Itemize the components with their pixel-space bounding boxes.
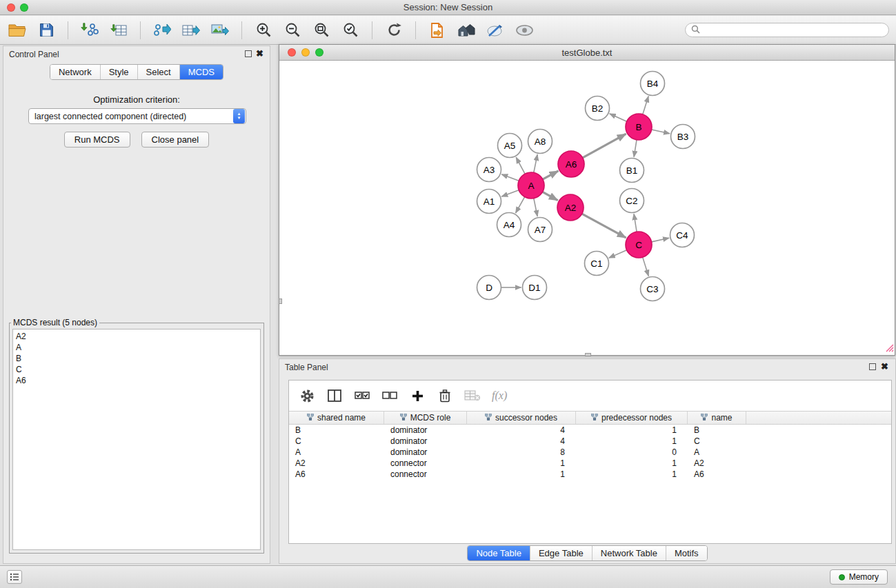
table-cell[interactable]: 1 xyxy=(576,425,688,436)
network-window-titlebar[interactable]: testGlobe.txt xyxy=(279,45,895,61)
graph-edge-C-C1[interactable] xyxy=(609,250,627,258)
graph-edge-A-A5[interactable] xyxy=(516,157,525,174)
graph-node-D[interactable]: D xyxy=(477,276,501,300)
table-cell[interactable]: 1 xyxy=(576,469,688,480)
control-tab-network[interactable]: Network xyxy=(50,65,101,79)
frame-resize-handle[interactable] xyxy=(279,298,282,304)
float-panel-icon[interactable] xyxy=(245,50,252,57)
home-networks-icon[interactable] xyxy=(456,20,477,41)
export-table-icon[interactable] xyxy=(181,20,201,41)
graph-edge-B-B1[interactable] xyxy=(634,140,637,157)
mcds-result-list[interactable]: A2ABCA6 xyxy=(12,329,261,550)
table-row[interactable]: A2connector11A2 xyxy=(289,458,891,469)
search-box[interactable] xyxy=(685,23,889,37)
graph-node-A5[interactable]: A5 xyxy=(498,134,522,158)
table-cell[interactable]: 8 xyxy=(467,447,576,458)
save-session-icon[interactable] xyxy=(36,20,57,41)
graph-edge-A-A8[interactable] xyxy=(534,154,537,172)
table-cell[interactable]: 4 xyxy=(467,436,576,447)
table-row[interactable]: Adominator80A xyxy=(289,447,891,458)
table-cell[interactable]: B xyxy=(688,425,746,436)
table-settings-gear-icon[interactable] xyxy=(299,387,315,404)
graph-node-C1[interactable]: C1 xyxy=(585,252,609,276)
bottom-tab-edge-table[interactable]: Edge Table xyxy=(530,546,593,560)
network-canvas[interactable]: B4B2BB3A8A5A6A3B1AC2A1A2A4A7C4CC1DD1C3 xyxy=(279,61,895,355)
zoom-selected-icon[interactable] xyxy=(340,20,361,41)
graph-node-B[interactable]: B xyxy=(626,114,652,140)
graph-edge-A-A4[interactable] xyxy=(516,197,525,213)
table-cell[interactable]: 1 xyxy=(576,436,688,447)
mcds-result-item[interactable]: A2 xyxy=(16,331,257,342)
graph-edge-C-C3[interactable] xyxy=(643,257,649,276)
graph-node-B2[interactable]: B2 xyxy=(586,97,610,121)
frame-resize-handle[interactable] xyxy=(585,353,591,356)
zoom-in-icon[interactable] xyxy=(253,20,274,41)
graph-node-C4[interactable]: C4 xyxy=(670,223,695,247)
graph-node-A2[interactable]: A2 xyxy=(557,194,584,221)
graph-node-A[interactable]: A xyxy=(518,172,544,199)
graph-edge-C-C4[interactable] xyxy=(652,238,669,242)
column-header-successor-nodes[interactable]: successor nodes xyxy=(467,412,576,424)
graph-node-A6[interactable]: A6 xyxy=(558,151,584,177)
bottom-tab-motifs[interactable]: Motifs xyxy=(666,546,707,560)
zoom-out-icon[interactable] xyxy=(282,20,303,41)
function-builder-icon[interactable]: f(x) xyxy=(492,389,507,402)
refresh-icon[interactable] xyxy=(384,20,404,41)
optimization-criterion-select[interactable]: largest connected component (directed) ▲… xyxy=(28,108,246,124)
column-header-shared-name[interactable]: shared name xyxy=(289,412,384,424)
table-cell[interactable]: A2 xyxy=(289,458,384,469)
window-zoom-icon[interactable] xyxy=(20,3,28,12)
graph-edge-A-A3[interactable] xyxy=(501,174,519,181)
add-column-icon[interactable] xyxy=(409,387,426,404)
table-cell[interactable]: dominator xyxy=(384,436,467,447)
close-panel-button[interactable]: Close panel xyxy=(141,132,210,148)
graph-node-B3[interactable]: B3 xyxy=(671,125,695,149)
graph-node-B4[interactable]: B4 xyxy=(641,72,665,96)
graph-edge-A6-B[interactable] xyxy=(583,134,626,158)
table-cell[interactable]: 1 xyxy=(467,458,576,469)
control-tab-mcds[interactable]: MCDS xyxy=(180,65,223,79)
table-cell[interactable]: 1 xyxy=(467,469,576,480)
task-history-button[interactable] xyxy=(7,570,22,584)
table-cell[interactable]: A6 xyxy=(289,469,384,480)
show-hide-icon[interactable] xyxy=(514,20,535,41)
window-close-icon[interactable] xyxy=(7,3,15,12)
graph-edge-C-C2[interactable] xyxy=(634,214,637,232)
column-header-predecessor-nodes[interactable]: predecessor nodes xyxy=(576,412,688,424)
table-row[interactable]: Bdominator41B xyxy=(289,425,891,436)
zoom-fit-icon[interactable] xyxy=(311,20,332,41)
network-zoom-icon[interactable] xyxy=(315,48,323,57)
graph-node-C2[interactable]: C2 xyxy=(620,189,644,213)
graph-node-A1[interactable]: A1 xyxy=(477,190,501,214)
network-minimize-icon[interactable] xyxy=(301,48,310,57)
mcds-result-item[interactable]: A xyxy=(16,342,257,353)
mcds-result-item[interactable]: A6 xyxy=(16,375,257,386)
search-input[interactable] xyxy=(704,26,883,35)
table-cell[interactable]: C xyxy=(289,436,384,447)
memory-button[interactable]: Memory xyxy=(830,569,888,585)
select-all-icon[interactable] xyxy=(354,387,370,404)
graph-node-B1[interactable]: B1 xyxy=(620,159,644,183)
table-cell[interactable]: C xyxy=(688,436,746,447)
table-cell[interactable]: A xyxy=(289,447,384,458)
graph-edge-B-B2[interactable] xyxy=(610,114,627,121)
graph-edge-A-A7[interactable] xyxy=(534,199,537,216)
export-network-icon[interactable] xyxy=(152,20,172,41)
graph-edge-A2-C[interactable] xyxy=(582,214,626,238)
resize-grip-icon[interactable] xyxy=(884,343,894,354)
graph-edge-A-A1[interactable] xyxy=(501,190,519,196)
graph-node-C3[interactable]: C3 xyxy=(641,277,665,301)
bottom-tab-node-table[interactable]: Node Table xyxy=(468,546,530,560)
table-row[interactable]: Cdominator41C xyxy=(289,436,891,447)
table-cell[interactable]: connector xyxy=(384,469,467,480)
close-panel-icon[interactable]: ✖ xyxy=(256,48,263,59)
table-cell[interactable]: connector xyxy=(384,458,467,469)
open-session-icon[interactable] xyxy=(7,20,28,41)
table-cell[interactable]: B xyxy=(289,425,384,436)
graph-node-C[interactable]: C xyxy=(626,232,652,258)
graph-edge-B-B3[interactable] xyxy=(652,130,670,134)
close-panel-icon[interactable]: ✖ xyxy=(881,361,888,372)
graph-edge-B-B4[interactable] xyxy=(643,97,648,114)
control-tab-select[interactable]: Select xyxy=(138,65,180,79)
graph-node-A8[interactable]: A8 xyxy=(528,130,552,154)
